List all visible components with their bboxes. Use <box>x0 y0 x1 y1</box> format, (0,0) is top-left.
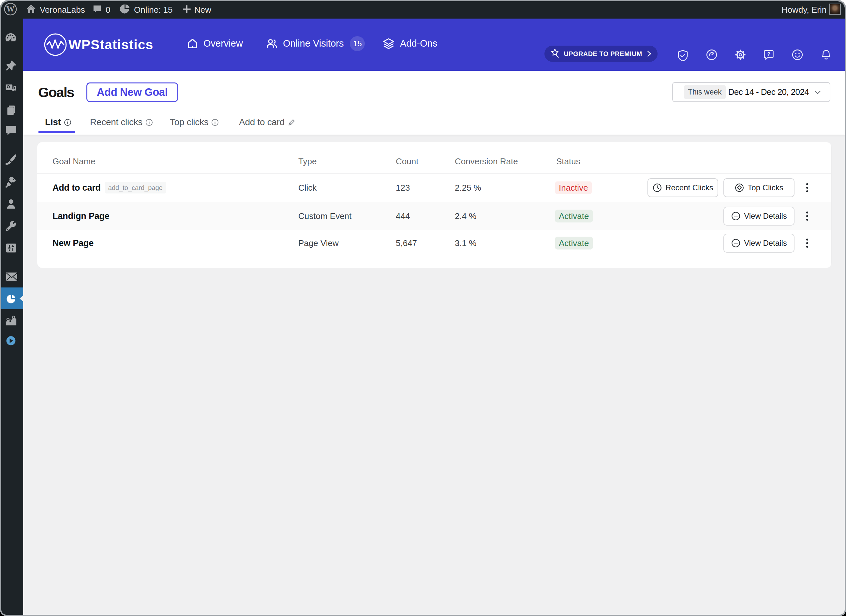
svg-text:?: ? <box>767 51 770 57</box>
svg-text:W: W <box>6 4 15 13</box>
